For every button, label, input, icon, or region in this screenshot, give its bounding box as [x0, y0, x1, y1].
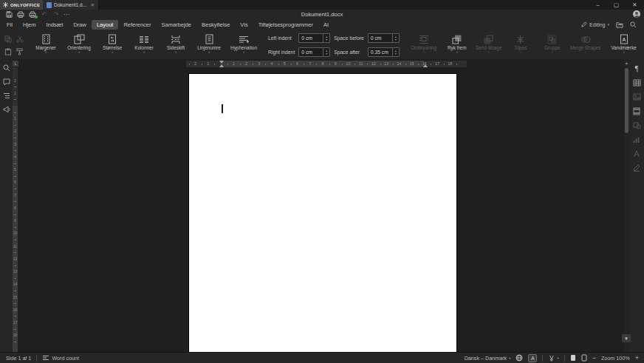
- align-button[interactable]: Tilpas ˅: [505, 31, 536, 59]
- language-selector[interactable]: Dansk – Danmark ▾: [465, 355, 511, 362]
- ruler-number: 3: [258, 61, 260, 66]
- ruler-number: 11: [13, 244, 18, 248]
- word-count-button[interactable]: Word count: [42, 355, 79, 362]
- ruler-tick: [253, 64, 253, 65]
- menu-tab-indsaet[interactable]: Indsæt: [41, 20, 68, 30]
- cut-button[interactable]: [14, 33, 25, 44]
- group-button[interactable]: Gruppe ˅: [537, 31, 568, 59]
- sidebar-feedback-button[interactable]: [3, 106, 10, 113]
- save-button[interactable]: [3, 10, 15, 19]
- document-language-button[interactable]: [515, 354, 523, 362]
- document-page[interactable]: [189, 74, 456, 352]
- quick-print-button[interactable]: [27, 10, 38, 19]
- format-painter-button[interactable]: [14, 46, 25, 57]
- page-break-button[interactable]: Sideskift ˅: [160, 31, 191, 59]
- menu-tab-fil[interactable]: Fil: [1, 20, 18, 30]
- search-button[interactable]: [630, 21, 637, 28]
- wrapping-button[interactable]: Ombrydning ˅: [407, 31, 441, 59]
- maximize-button[interactable]: ▢: [607, 0, 626, 10]
- next-page-button[interactable]: ▼: [622, 334, 631, 342]
- fit-page-button[interactable]: [570, 354, 576, 362]
- menu-tab-draw[interactable]: Draw: [68, 20, 92, 30]
- signature-settings-button[interactable]: [633, 164, 640, 172]
- space-before-spinner[interactable]: ▴▾: [392, 34, 399, 42]
- table-settings-button[interactable]: [633, 79, 641, 86]
- copy-button[interactable]: [2, 33, 13, 44]
- zoom-out-button[interactable]: −: [592, 355, 596, 362]
- right-indent-spinner[interactable]: ▴▾: [323, 48, 329, 56]
- left-indent-spinner[interactable]: ▴▾: [323, 34, 329, 42]
- ruler-number: 14: [397, 61, 401, 66]
- open-file-location-button[interactable]: [616, 21, 623, 28]
- horizontal-ruler[interactable]: 12345678910111213141516171821: [186, 61, 467, 67]
- left-indent-field[interactable]: 0 cm ▴▾: [298, 33, 330, 43]
- merge-shapes-icon: [580, 35, 591, 44]
- right-indent-field[interactable]: 0 cm ▴▾: [298, 47, 330, 57]
- zoom-in-button[interactable]: +: [635, 355, 639, 362]
- ribbon-layout: Margener ˅ Orientering ˅ Størrelse ˅ Kol…: [0, 30, 644, 61]
- shape-settings-button[interactable]: [633, 122, 641, 129]
- menu-tab-hjem[interactable]: Hjem: [18, 20, 41, 30]
- menu-tab-vis[interactable]: Vis: [235, 20, 253, 30]
- menu-tab-samarbejde[interactable]: Samarbejde: [157, 20, 196, 30]
- ruler-tick: [329, 64, 330, 65]
- line-numbers-button[interactable]: Linjenumre ˅: [192, 31, 226, 59]
- space-after-field[interactable]: 0.35 cm ▴▾: [368, 47, 400, 57]
- hyphenation-button[interactable]: Hyphenation ˅: [227, 31, 261, 59]
- ruler-number: 5: [13, 167, 18, 172]
- watermark-button[interactable]: Vandmærke ˅: [607, 31, 641, 59]
- zoom-level-label[interactable]: Zoom 100%: [601, 355, 630, 362]
- ruler-number: 10: [13, 231, 18, 235]
- vertical-ruler[interactable]: 12345678910111213141516171821: [13, 67, 18, 352]
- menu-tab-referencer[interactable]: Referencer: [118, 20, 156, 30]
- document-canvas[interactable]: 12345678910111213141516171821: [18, 59, 624, 352]
- sidebar-search-button[interactable]: [3, 64, 10, 72]
- paragraph-settings-button[interactable]: ¶: [635, 65, 639, 72]
- space-after-spinner[interactable]: ▴▾: [392, 48, 399, 56]
- print-button[interactable]: [15, 10, 27, 19]
- scrollbar-thumb[interactable]: [625, 68, 628, 133]
- sidebar-comments-button[interactable]: [3, 78, 10, 86]
- document-tab[interactable]: Dokument1.d... ✕: [43, 0, 99, 10]
- merge-shapes-button[interactable]: Merge Shapes ˅: [569, 31, 603, 59]
- menu-tab-beskyttelse[interactable]: Beskyttelse: [196, 20, 235, 30]
- menu-tab-layout[interactable]: Layout: [92, 20, 119, 30]
- user-avatar[interactable]: [633, 10, 640, 18]
- header-footer-settings-button[interactable]: [633, 107, 640, 115]
- spell-check-toggle[interactable]: A: [528, 354, 537, 362]
- review-display-button[interactable]: ▾: [548, 355, 558, 362]
- vertical-scrollbar[interactable]: ▲ ▼: [624, 59, 629, 352]
- undo-button[interactable]: ↶: [38, 10, 50, 19]
- menu-tab-tilfojelsesprogrammer[interactable]: Tilføjelsesprogrammer: [253, 20, 318, 30]
- close-button[interactable]: ✕: [626, 0, 644, 10]
- minimize-button[interactable]: –: [589, 0, 607, 10]
- menu-tab-ai[interactable]: AI: [318, 20, 334, 30]
- ruler-tick: [342, 64, 343, 65]
- space-before-field[interactable]: 0 cm ▴▾: [368, 33, 400, 43]
- send-backward-button[interactable]: Send tilbage ˅: [473, 31, 504, 59]
- tab-stop-selector[interactable]: L: [13, 61, 18, 67]
- scroll-up-button[interactable]: ▲: [624, 61, 629, 65]
- ruler-number: 4: [270, 61, 273, 66]
- redo-button[interactable]: ↷: [50, 10, 62, 19]
- orientation-button[interactable]: Orientering ˅: [62, 31, 96, 59]
- customize-toolbar-button[interactable]: ⋯: [64, 11, 70, 18]
- columns-button[interactable]: Kolonner ˅: [129, 31, 160, 59]
- ruler-tick: [14, 201, 16, 202]
- image-settings-button[interactable]: [633, 93, 641, 101]
- margins-button[interactable]: Margener ˅: [30, 31, 61, 59]
- first-line-indent-marker[interactable]: [219, 61, 224, 64]
- paste-button[interactable]: [2, 46, 13, 57]
- fit-width-button[interactable]: [581, 354, 587, 362]
- textart-settings-button[interactable]: [633, 150, 640, 157]
- size-button[interactable]: Størrelse ˅: [97, 31, 128, 59]
- editing-mode-button[interactable]: Editing ▾: [581, 21, 609, 27]
- app-logo[interactable]: ONLYOFFICE: [0, 0, 43, 10]
- sidebar-navigation-button[interactable]: [3, 92, 10, 99]
- tab-close-icon[interactable]: ✕: [91, 2, 95, 8]
- left-indent-marker[interactable]: [219, 64, 224, 67]
- wrapping-icon: [419, 35, 429, 44]
- ruler-tick: [14, 189, 16, 189]
- chart-settings-button[interactable]: [633, 136, 640, 143]
- page-indicator[interactable]: Side 1 af 1: [6, 355, 31, 362]
